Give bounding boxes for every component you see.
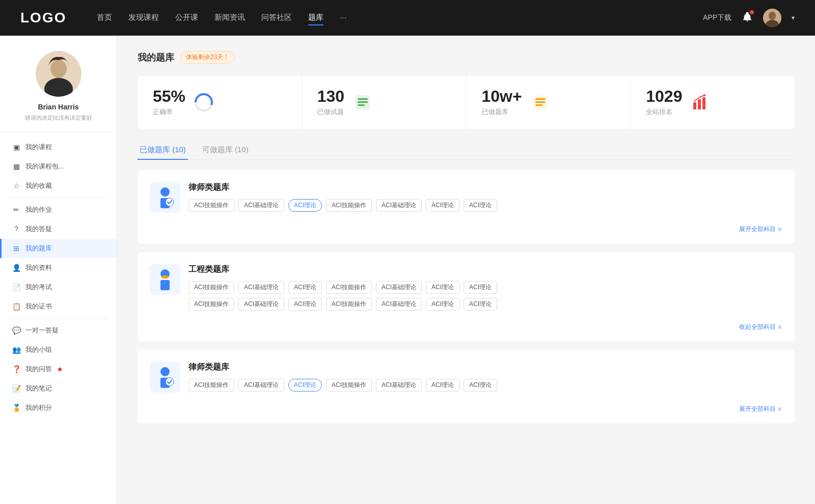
sidebar-item-label: 我的考试: [25, 283, 52, 292]
tag[interactable]: ACI基础理论: [376, 379, 422, 391]
sidebar-item-label: 我的证书: [25, 302, 52, 311]
svg-point-28: [166, 378, 174, 386]
nav-open[interactable]: 公开课: [175, 11, 198, 25]
notification-bell[interactable]: [742, 11, 753, 24]
sidebar-item-notes[interactable]: 📝 我的笔记: [0, 379, 117, 398]
lawyer-icon-2: [150, 362, 180, 393]
svg-point-1: [769, 12, 776, 20]
sidebar-item-exam[interactable]: 📄 我的考试: [0, 277, 117, 297]
qbank-title-2: 工程类题库: [188, 264, 782, 275]
note-icon: 📝: [12, 384, 20, 393]
collapse-link[interactable]: 收起全部科目 ∧: [150, 319, 782, 333]
sidebar-item-qbank[interactable]: ⊞ 我的题库: [0, 239, 117, 258]
tag[interactable]: ACI技能操作: [326, 281, 372, 294]
tag[interactable]: ACI基础理论: [376, 298, 422, 311]
nav-qa[interactable]: 问答社区: [261, 11, 292, 25]
tag-active[interactable]: ACI理论: [288, 199, 322, 212]
star-icon: ☆: [12, 182, 20, 190]
tab-available[interactable]: 可做题库 (10): [200, 141, 251, 160]
tag[interactable]: ACI基础理论: [238, 298, 284, 311]
qbank-content-2: 工程类题库 ACI技能操作 ACI基础理论 ACI理论 ACI技能操作 ACI基…: [188, 264, 782, 311]
tag[interactable]: ACI理论: [464, 199, 497, 212]
app-download-link[interactable]: APP下载: [703, 13, 731, 22]
tags-row-2a: ACI技能操作 ACI基础理论 ACI理论 ACI技能操作 ACI基础理论 AC…: [188, 281, 782, 294]
qmark-icon: ❓: [12, 365, 20, 373]
sidebar-item-label: 我的积分: [25, 403, 52, 412]
stat-done-banks: 10w+ 已做题库: [467, 76, 631, 129]
tag[interactable]: ACI基础理论: [238, 199, 284, 212]
tag-active[interactable]: ACI理论: [288, 379, 322, 391]
tag[interactable]: ACI理论: [426, 281, 459, 294]
qbank-card-engineer: 工程类题库 ACI技能操作 ACI基础理论 ACI理论 ACI技能操作 ACI基…: [138, 252, 795, 342]
stat-done-banks-info: 10w+ 已做题库: [482, 88, 522, 117]
qbank-header-2: 工程类题库 ACI技能操作 ACI基础理论 ACI理论 ACI技能操作 ACI基…: [150, 264, 782, 311]
sidebar-item-points[interactable]: 🏅 我的积分: [0, 398, 117, 417]
svg-rect-13: [535, 98, 546, 100]
tag[interactable]: ACI技能操作: [188, 281, 234, 294]
tab-done[interactable]: 已做题库 (10): [138, 141, 188, 160]
tag[interactable]: ACI基础理论: [238, 281, 284, 294]
navbar: LOGO 首页 发现课程 公开课 新闻资讯 问答社区 题库 ··· APP下载 …: [0, 0, 815, 36]
sidebar-item-course-package[interactable]: ▦ 我的课程包...: [0, 157, 117, 176]
tag[interactable]: ACI基础理论: [376, 199, 422, 212]
svg-point-4: [50, 60, 67, 78]
tag[interactable]: ACI理论: [464, 379, 497, 391]
tag[interactable]: ACI理论: [288, 281, 322, 294]
nav-home[interactable]: 首页: [97, 11, 112, 25]
stat-rank-label: 全站排名: [646, 107, 682, 117]
user-menu-chevron[interactable]: ▾: [792, 14, 795, 21]
tag[interactable]: ACI理论: [426, 199, 459, 212]
sidebar-item-data[interactable]: 👤 我的资料: [0, 258, 117, 277]
svg-rect-18: [702, 97, 705, 109]
stat-done-banks-value: 10w+: [482, 88, 522, 104]
lawyer-icon-1: [150, 182, 180, 213]
svg-rect-10: [358, 101, 368, 103]
stat-accuracy: 55% 正确率: [138, 76, 302, 129]
sidebar-item-my-course[interactable]: ▣ 我的课程: [0, 137, 117, 157]
svg-rect-14: [535, 101, 546, 103]
sidebar-item-homework[interactable]: ✏ 我的作业: [0, 200, 117, 219]
sidebar-item-questions[interactable]: ？ 我的答疑: [0, 219, 117, 239]
tag[interactable]: ACI技能操作: [188, 298, 234, 311]
svg-rect-11: [358, 104, 365, 106]
nav-news[interactable]: 新闻资讯: [214, 11, 245, 25]
sidebar: Brian Harris 错误的决定比没有决定要好 ▣ 我的课程 ▦ 我的课程包…: [0, 36, 117, 504]
sidebar-item-group[interactable]: 👥 我的小组: [0, 340, 117, 359]
tag[interactable]: ACI基础理论: [376, 281, 422, 294]
nav-qbank[interactable]: 题库: [308, 11, 323, 25]
sidebar-item-1on1[interactable]: 💬 一对一答疑: [0, 321, 117, 340]
sidebar-item-label: 我的收藏: [25, 181, 52, 190]
tag[interactable]: ACI理论: [426, 298, 459, 311]
sidebar-item-cert[interactable]: 📋 我的证书: [0, 297, 117, 316]
tabs-row: 已做题库 (10) 可做题库 (10): [138, 141, 795, 160]
expand-link-1[interactable]: 展开全部科目 ∨: [150, 221, 782, 236]
nav-discover[interactable]: 发现课程: [128, 11, 159, 25]
page-wrapper: Brian Harris 错误的决定比没有决定要好 ▣ 我的课程 ▦ 我的课程包…: [0, 36, 815, 504]
stat-accuracy-label: 正确率: [153, 107, 185, 117]
sidebar-item-my-qa[interactable]: ❓ 我的问答: [0, 359, 117, 379]
nav-right: APP下载 ▾: [703, 9, 795, 27]
tag[interactable]: ACI理论: [426, 379, 459, 391]
stat-accuracy-info: 55% 正确率: [153, 88, 185, 117]
sidebar-item-label: 我的作业: [25, 205, 52, 214]
profile-avatar: [36, 51, 82, 97]
stat-done-questions: 130 已做试题: [302, 76, 467, 129]
tag[interactable]: ACI技能操作: [326, 379, 372, 391]
tag[interactable]: ACI技能操作: [188, 199, 234, 212]
group-icon: 👥: [12, 346, 20, 354]
nav-more[interactable]: ···: [340, 11, 346, 25]
sidebar-item-favorites[interactable]: ☆ 我的收藏: [0, 176, 117, 195]
chat-icon: 💬: [12, 326, 20, 334]
tag[interactable]: ACI理论: [464, 298, 497, 311]
stat-accuracy-value: 55%: [153, 88, 185, 104]
expand-link-3[interactable]: 展开全部科目 ∨: [150, 401, 782, 415]
tag[interactable]: ACI技能操作: [326, 298, 372, 311]
tag[interactable]: ACI基础理论: [238, 379, 284, 391]
stat-rank-value: 1029: [646, 88, 682, 104]
tag[interactable]: ACI技能操作: [188, 379, 234, 391]
tag[interactable]: ACI技能操作: [326, 199, 372, 212]
stat-done-questions-value: 130: [317, 88, 344, 104]
user-avatar[interactable]: [763, 9, 781, 27]
tag[interactable]: ACI理论: [288, 298, 322, 311]
tag[interactable]: ACI理论: [464, 281, 497, 294]
